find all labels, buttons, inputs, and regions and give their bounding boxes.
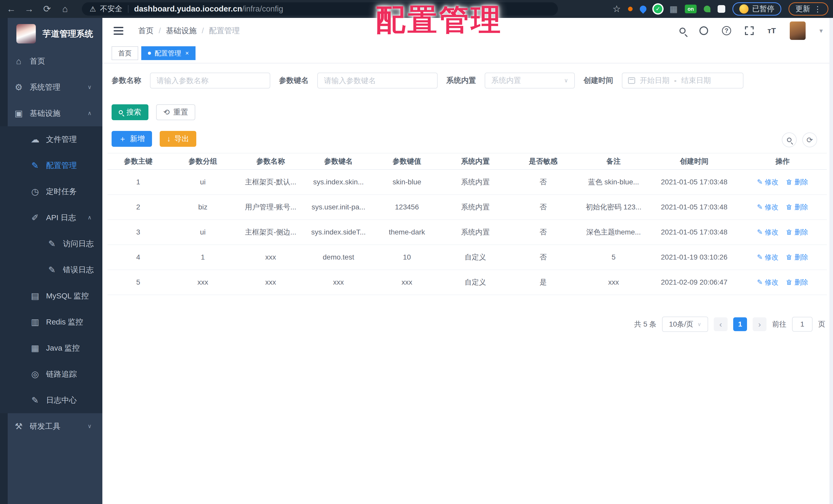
table-actions: ＋ 新增 ↓ 导出 [112, 131, 196, 147]
goto-page-input[interactable] [792, 317, 812, 332]
delete-link[interactable]: 删除 [786, 278, 808, 287]
extension-pin-icon[interactable] [638, 4, 648, 14]
prev-page-button[interactable]: ‹ [714, 317, 728, 331]
column-header: 操作 [738, 156, 827, 166]
filter-time-label: 创建时间 [584, 75, 613, 86]
sidebar-item-label: Java 监控 [46, 343, 80, 353]
calendar-icon [628, 77, 635, 84]
extensions-puzzle-icon[interactable] [718, 5, 725, 13]
extension-grid-icon[interactable]: ▦ [669, 5, 678, 13]
refresh-button[interactable]: ⟳ [802, 132, 817, 147]
total-count: 共 5 条 [634, 319, 657, 329]
github-icon[interactable] [699, 26, 708, 35]
breadcrumb-item[interactable]: 基础设施 [166, 26, 196, 36]
sidebar-item-system-manage[interactable]: ⚙系统管理∨ [0, 74, 102, 100]
browser-home-button[interactable]: ⌂ [58, 4, 72, 14]
table-cell: sys.index.skin... [305, 178, 372, 186]
page-size-select[interactable]: 10条/页 ∨ [662, 317, 708, 332]
filter-key-input[interactable] [317, 73, 437, 89]
filter-daterange-picker[interactable]: 开始日期 - 结束日期 [622, 73, 743, 89]
breadcrumb-item[interactable]: 首页 [138, 26, 153, 36]
edit-icon: ✎ [757, 228, 763, 236]
column-header: 是否敏感 [509, 156, 577, 166]
tab-close-icon[interactable]: × [185, 50, 189, 57]
table-cell: demo.test [305, 253, 372, 261]
search-button[interactable]: 搜索 [112, 104, 148, 120]
table-cell: 自定义 [442, 277, 509, 287]
delete-label: 删除 [794, 253, 808, 262]
sidebar-item-config-manage[interactable]: ✎配置管理 [0, 152, 102, 178]
browser-reload-button[interactable]: ⟳ [41, 4, 54, 14]
sidebar-item-devtools[interactable]: ⚒研发工具∨ [0, 413, 102, 439]
add-button[interactable]: ＋ 新增 [112, 131, 152, 147]
sidebar-toggle-icon[interactable] [114, 27, 123, 35]
edit-label: 修改 [765, 278, 779, 287]
edit-link[interactable]: ✎修改 [757, 278, 779, 287]
sidebar-item-redis-monitor[interactable]: ▥Redis 监控 [0, 309, 102, 335]
tab-active-dot-icon [148, 52, 151, 55]
goto-label: 前往 [772, 319, 786, 329]
sidebar-item-access-log[interactable]: ✎访问日志 [0, 231, 102, 257]
edit-link[interactable]: ✎修改 [757, 253, 779, 262]
reset-button[interactable]: ⟲ 重置 [156, 104, 195, 120]
browser-menu-kebab-icon[interactable]: ⋮ [814, 5, 822, 14]
edit-link[interactable]: ✎修改 [757, 228, 779, 237]
filter-form: 参数名称 参数键名 系统内置 系统内置 ∨ 创建时间 开始日期 - 结束日期 [112, 73, 743, 89]
extension-check-icon[interactable]: ✓ [653, 5, 662, 13]
edit-link[interactable]: ✎修改 [757, 177, 779, 187]
table-cell: 2021-01-05 17:03:48 [650, 228, 738, 236]
next-page-button[interactable]: › [753, 317, 766, 331]
browser-update-button[interactable]: 更新 ⋮ [788, 2, 828, 16]
sidebar-item-trace[interactable]: ◎链路追踪 [0, 361, 102, 387]
toggle-search-button[interactable] [782, 132, 797, 147]
api-log-icon: ✐ [29, 212, 42, 223]
fullscreen-icon[interactable] [745, 26, 754, 35]
sidebar-item-mysql-monitor[interactable]: ▤MySQL 监控 [0, 283, 102, 309]
sidebar-item-scheduled-task[interactable]: ◷定时任务 [0, 178, 102, 205]
delete-link[interactable]: 删除 [786, 203, 808, 212]
current-page-button[interactable]: 1 [733, 317, 747, 331]
delete-link[interactable]: 删除 [786, 177, 808, 187]
delete-link[interactable]: 删除 [786, 228, 808, 237]
tab-item[interactable]: 首页 [112, 46, 138, 60]
pagination: 共 5 条 10条/页 ∨ ‹ 1 › 前往 页 [634, 317, 825, 332]
devtools-icon: ⚒ [12, 421, 25, 431]
browser-back-button[interactable]: ← [5, 4, 18, 14]
avatar-caret-icon[interactable]: ▾ [819, 27, 823, 35]
table-cell: xxx [372, 278, 442, 286]
sidebar-item-log-center[interactable]: ✎日志中心 [0, 387, 102, 413]
filter-name-input[interactable] [150, 73, 270, 89]
filter-builtin-select[interactable]: 系统内置 ∨ [485, 73, 575, 89]
column-header: 系统内置 [442, 156, 509, 166]
sidebar-item-infrastructure[interactable]: ▣基础设施∧ [0, 100, 102, 126]
bookmark-star-icon[interactable]: ☆ [613, 4, 621, 14]
page-scrollbar[interactable] [829, 18, 833, 504]
font-size-icon[interactable]: ᴛT [767, 26, 776, 35]
delete-link[interactable]: 删除 [786, 253, 808, 262]
breadcrumb-separator: / [202, 26, 204, 35]
avatar[interactable] [790, 22, 806, 40]
edit-link[interactable]: ✎修改 [757, 203, 779, 212]
paused-badge[interactable]: 已暂停 [733, 2, 781, 16]
sidebar-item-label: API 日志 [46, 212, 76, 223]
sidebar-item-label: 首页 [30, 56, 45, 67]
sidebar-item-api-log[interactable]: ✐API 日志∧ [0, 205, 102, 231]
tab-active[interactable]: 配置管理× [141, 46, 195, 60]
export-button[interactable]: ↓ 导出 [160, 131, 196, 147]
extension-on-badge[interactable]: on [685, 5, 697, 13]
row-actions: ✎修改删除 [738, 278, 827, 287]
filter-builtin-label: 系统内置 [446, 75, 476, 86]
extension-donut-icon[interactable] [628, 7, 633, 11]
paused-label: 已暂停 [752, 4, 775, 14]
sidebar-item-file-manage[interactable]: ☁文件管理 [0, 126, 102, 152]
sidebar-item-label: 研发工具 [30, 421, 61, 432]
table-cell: 系统内置 [442, 202, 509, 212]
trash-icon [786, 204, 792, 210]
sidebar-item-java-monitor[interactable]: ▦Java 监控 [0, 335, 102, 361]
sidebar-item-home[interactable]: ⌂首页 [0, 48, 102, 74]
help-icon[interactable]: ? [722, 26, 731, 35]
search-icon[interactable] [680, 28, 686, 34]
extension-sprout-icon[interactable] [704, 6, 710, 12]
sidebar-item-error-log[interactable]: ✎错误日志 [0, 257, 102, 283]
browser-forward-button[interactable]: → [23, 4, 36, 14]
